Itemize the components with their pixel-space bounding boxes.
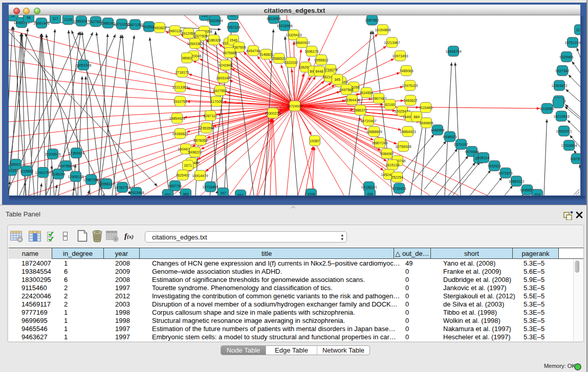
svg-text:98963: 98963: [182, 56, 192, 60]
svg-text:7632621: 7632621: [487, 164, 501, 168]
svg-text:9115460: 9115460: [419, 106, 433, 110]
svg-text:345: 345: [334, 78, 340, 81]
svg-text:15751074: 15751074: [564, 41, 580, 45]
svg-text:684: 684: [413, 115, 420, 119]
svg-text:10807487: 10807487: [371, 97, 386, 100]
svg-text:19166829: 19166829: [172, 132, 188, 136]
svg-text:18724007: 18724007: [287, 104, 302, 108]
svg-text:18640910: 18640910: [294, 41, 310, 45]
svg-text:1546: 1546: [229, 38, 237, 42]
svg-text:7886372: 7886372: [353, 108, 367, 112]
svg-text:8454749: 8454749: [246, 49, 260, 53]
svg-text:25300275: 25300275: [265, 112, 280, 115]
svg-text:8427552: 8427552: [213, 89, 227, 93]
svg-text:9463627: 9463627: [403, 99, 417, 102]
svg-text:7625402: 7625402: [176, 173, 189, 177]
svg-text:7485063: 7485063: [399, 69, 413, 73]
svg-text:5498222: 5498222: [188, 150, 202, 154]
svg-text:436: 436: [367, 192, 373, 196]
svg-text:9474444: 9474444: [465, 150, 478, 154]
svg-text:85901: 85901: [11, 163, 21, 166]
svg-text:12942757: 12942757: [35, 171, 51, 174]
svg-text:16033809: 16033809: [207, 19, 223, 23]
svg-text:252254: 252254: [391, 176, 403, 179]
svg-text:16154808: 16154808: [375, 28, 390, 32]
svg-text:1112: 1112: [576, 28, 580, 32]
svg-text:6955812: 6955812: [314, 58, 328, 62]
svg-text:19387: 19387: [310, 139, 320, 143]
svg-text:117: 117: [52, 17, 58, 20]
svg-text:6497568: 6497568: [339, 88, 353, 92]
svg-text:1167533: 1167533: [570, 157, 580, 161]
svg-text:26053346: 26053346: [75, 63, 91, 67]
svg-text:9242848: 9242848: [219, 63, 232, 67]
svg-text:2105: 2105: [64, 18, 72, 21]
svg-text:17957255: 17957255: [83, 178, 99, 182]
svg-text:16671355: 16671355: [127, 23, 143, 27]
svg-text:2588520: 2588520: [272, 57, 286, 60]
svg-text:9327506: 9327506: [193, 34, 207, 38]
svg-text:15692971: 15692971: [556, 129, 572, 133]
svg-text:12905135: 12905135: [68, 175, 83, 179]
svg-text:6379197: 6379197: [454, 143, 468, 146]
svg-text:1440954: 1440954: [430, 128, 444, 132]
svg-text:1910754: 1910754: [173, 100, 187, 103]
svg-text:62160: 62160: [385, 103, 395, 106]
svg-text:16782759: 16782759: [114, 186, 130, 189]
svg-text:20206576: 20206576: [45, 152, 60, 156]
svg-text:12353594: 12353594: [198, 126, 214, 130]
svg-text:15720407: 15720407: [360, 119, 376, 123]
svg-text:8938923: 8938923: [443, 135, 456, 139]
svg-text:6966160: 6966160: [101, 21, 115, 25]
svg-text:14136141: 14136141: [361, 185, 377, 189]
svg-text:16914479: 16914479: [192, 174, 208, 178]
svg-text:96: 96: [27, 16, 31, 19]
svg-text:7663822: 7663822: [153, 26, 166, 30]
svg-text:19218906: 19218906: [276, 24, 292, 28]
svg-text:14: 14: [11, 15, 15, 18]
svg-text:210: 210: [202, 15, 208, 17]
svg-text:19654923: 19654923: [400, 130, 416, 134]
svg-text:924: 924: [534, 193, 540, 196]
svg-text:2718176: 2718176: [175, 71, 189, 74]
svg-text:965: 965: [183, 192, 189, 196]
svg-text:17359924: 17359924: [68, 151, 84, 155]
svg-text:2803144: 2803144: [216, 76, 230, 80]
svg-text:12093872: 12093872: [551, 84, 567, 87]
svg-text:1571: 1571: [184, 164, 192, 167]
svg-text:10958107: 10958107: [98, 182, 114, 186]
svg-text:10973493: 10973493: [392, 54, 408, 58]
svg-text:30975867: 30975867: [58, 164, 74, 168]
svg-text:3675685: 3675685: [223, 51, 236, 55]
svg-text:13325419: 13325419: [286, 33, 301, 37]
svg-text:10688609: 10688609: [366, 130, 382, 134]
svg-text:12923468: 12923468: [128, 191, 144, 194]
svg-text:20364436: 20364436: [344, 98, 360, 102]
svg-text:17016504: 17016504: [561, 144, 577, 147]
svg-text:1115682: 1115682: [20, 169, 33, 173]
svg-text:157: 157: [220, 191, 226, 195]
svg-text:9227342: 9227342: [555, 69, 569, 73]
svg-text:7357224: 7357224: [226, 26, 240, 29]
svg-text:8215955: 8215955: [540, 107, 554, 111]
svg-text:8186328: 8186328: [207, 38, 221, 42]
svg-text:10756928: 10756928: [395, 145, 411, 148]
svg-text:9329966: 9329966: [559, 55, 573, 59]
svg-text:8813054: 8813054: [267, 17, 280, 20]
svg-text:16543382: 16543382: [187, 42, 203, 46]
svg-text:117008: 117008: [211, 100, 223, 103]
svg-text:884: 884: [237, 193, 244, 196]
svg-text:16210643: 16210643: [553, 115, 569, 118]
svg-text:6794078: 6794078: [323, 68, 337, 72]
svg-text:8448: 8448: [315, 70, 323, 73]
svg-text:9657791: 9657791: [168, 184, 182, 188]
svg-text:10853267: 10853267: [73, 19, 89, 23]
svg-text:12213967: 12213967: [384, 41, 400, 45]
svg-text:6322037: 6322037: [284, 61, 298, 64]
svg-text:1696176: 1696176: [304, 50, 318, 53]
svg-text:8471676: 8471676: [498, 171, 512, 175]
svg-text:8878352: 8878352: [193, 139, 207, 142]
svg-text:12213369: 12213369: [172, 85, 188, 89]
svg-text:935114: 935114: [478, 156, 490, 160]
svg-text:9084067: 9084067: [380, 152, 394, 156]
